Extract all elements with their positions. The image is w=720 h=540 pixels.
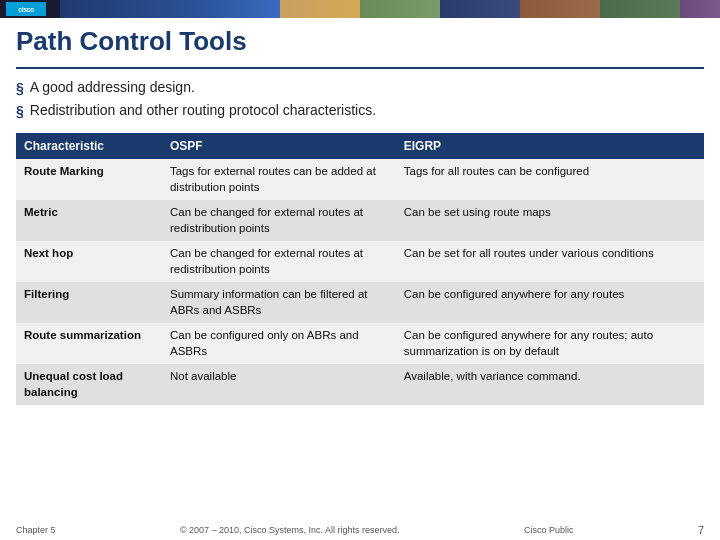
main-content: Path Control Tools A good addressing des… (0, 18, 720, 518)
bullet-item-1: A good addressing design. (16, 79, 704, 99)
cell-characteristic-5: Unequal cost load balancing (16, 364, 162, 405)
col-header-eigrp: EIGRP (396, 133, 704, 159)
page-footer: Chapter 5 © 2007 – 2010, Cisco Systems, … (0, 524, 720, 536)
table-row: FilteringSummary information can be filt… (16, 282, 704, 323)
footer-page-number: 7 (698, 524, 704, 536)
footer-copyright: © 2007 – 2010, Cisco Systems, Inc. All r… (180, 525, 400, 535)
col-header-ospf: OSPF (162, 133, 396, 159)
bullet-text-1: A good addressing design. (30, 79, 195, 95)
cell-eigrp-4: Can be configured anywhere for any route… (396, 323, 704, 364)
cell-characteristic-4: Route summarization (16, 323, 162, 364)
table-row: Unequal cost load balancingNot available… (16, 364, 704, 405)
cell-eigrp-0: Tags for all routes can be configured (396, 159, 704, 200)
footer-chapter: Chapter 5 (16, 525, 56, 535)
cell-characteristic-2: Next hop (16, 241, 162, 282)
bullets-section: A good addressing design. Redistribution… (16, 79, 704, 121)
table-row: MetricCan be changed for external routes… (16, 200, 704, 241)
cell-characteristic-0: Route Marking (16, 159, 162, 200)
cisco-logo: cisco (6, 2, 46, 16)
cell-eigrp-1: Can be set using route maps (396, 200, 704, 241)
table-row: Route summarizationCan be configured onl… (16, 323, 704, 364)
cell-eigrp-2: Can be set for all routes under various … (396, 241, 704, 282)
table-header-row: Characteristic OSPF EIGRP (16, 133, 704, 159)
col-header-characteristic: Characteristic (16, 133, 162, 159)
footer-classification: Cisco Public (524, 525, 574, 535)
bullet-text-2: Redistribution and other routing protoco… (30, 102, 376, 118)
photo-strip (200, 0, 720, 18)
cell-ospf-5: Not available (162, 364, 396, 405)
bullet-item-2: Redistribution and other routing protoco… (16, 102, 704, 122)
title-underline (16, 67, 704, 69)
top-banner: cisco (0, 0, 720, 18)
cell-characteristic-1: Metric (16, 200, 162, 241)
cell-eigrp-5: Available, with variance command. (396, 364, 704, 405)
page-title: Path Control Tools (16, 26, 704, 57)
cell-ospf-3: Summary information can be filtered at A… (162, 282, 396, 323)
cell-characteristic-3: Filtering (16, 282, 162, 323)
cisco-logo-text: cisco (18, 6, 33, 13)
cell-ospf-4: Can be configured only on ABRs and ASBRs (162, 323, 396, 364)
table-row: Next hopCan be changed for external rout… (16, 241, 704, 282)
comparison-table: Characteristic OSPF EIGRP Route MarkingT… (16, 133, 704, 405)
cell-ospf-0: Tags for external routes can be added at… (162, 159, 396, 200)
table-row: Route MarkingTags for external routes ca… (16, 159, 704, 200)
cell-eigrp-3: Can be configured anywhere for any route… (396, 282, 704, 323)
cell-ospf-1: Can be changed for external routes at re… (162, 200, 396, 241)
cell-ospf-2: Can be changed for external routes at re… (162, 241, 396, 282)
